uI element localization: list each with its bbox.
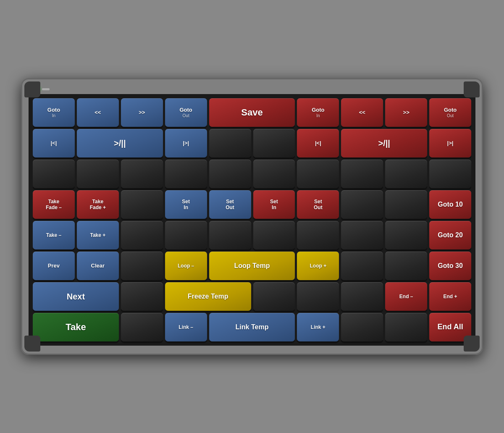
blank-r4-1 [121,190,163,219]
take-fade-plus-button[interactable]: TakeFade + [77,190,119,219]
blank-r3-7 [297,160,339,188]
take-minus-button[interactable]: Take – [33,221,75,249]
blank-r3-6 [253,160,295,188]
prev-button[interactable]: Prev [33,252,75,280]
row-8: Take Link – Link Temp Link + End All [33,313,471,341]
play-pause-2-button[interactable]: >/|| [341,129,427,157]
blank-r2-1 [209,129,251,157]
take-fade-minus-button[interactable]: TakeFade – [33,190,75,219]
blank-r8-2 [341,313,383,341]
blank-r3-9 [385,160,427,188]
corner-tr [464,81,480,97]
take-plus-button[interactable]: Take + [77,221,119,249]
mark-in-1-button[interactable]: |<| [33,129,75,157]
corner-br [464,336,480,352]
blank-r3-3 [121,160,163,188]
blank-r3-5 [209,160,251,188]
blank-r6-1 [121,252,163,280]
loop-minus-button[interactable]: Loop – [165,252,207,280]
blank-r7-4 [341,282,383,311]
save-button[interactable]: Save [209,98,295,127]
blank-r5-4 [253,221,295,249]
prev-red-1-button[interactable]: << [341,98,383,127]
mark-in-2-button[interactable]: |<| [297,129,339,157]
set-out-2-button[interactable]: SetOut [297,190,339,219]
link-plus-button[interactable]: Link + [297,313,339,341]
blank-r8-3 [385,313,427,341]
link-temp-button[interactable]: Link Temp [209,313,295,341]
blank-r5-1 [121,221,163,249]
blank-r5-7 [385,221,427,249]
loop-temp-button[interactable]: Loop Temp [209,252,295,280]
goto-20-button[interactable]: Goto 20 [429,221,471,249]
next-blue-1-button[interactable]: >> [121,98,163,127]
row-4: TakeFade – TakeFade + SetIn SetOut SetIn… [33,190,471,219]
blank-r3-2 [77,160,119,188]
corner-bl [24,336,40,352]
blank-r4-3 [385,190,427,219]
corner-tl [24,81,40,97]
top-indicators [29,87,475,91]
take-main-button[interactable]: Take [33,313,119,341]
goto-out-2-button[interactable]: GotoOut [429,98,471,127]
mark-out-2-button[interactable]: |>| [429,129,471,157]
end-minus-button[interactable]: End – [385,282,427,311]
blank-r5-3 [209,221,251,249]
blank-r5-2 [165,221,207,249]
blank-r3-4 [165,160,207,188]
set-in-2-button[interactable]: SetIn [253,190,295,219]
link-minus-button[interactable]: Link – [165,313,207,341]
mark-out-1-button[interactable]: |>| [165,129,207,157]
blank-r5-5 [297,221,339,249]
blank-r5-6 [341,221,383,249]
row-5: Take – Take + Goto 20 [33,221,471,249]
blank-r7-1 [121,282,163,311]
prev-blue-1-button[interactable]: << [77,98,119,127]
end-plus-button[interactable]: End + [429,282,471,311]
goto-30-button[interactable]: Goto 30 [429,252,471,280]
blank-r3-8 [341,160,383,188]
clear-button[interactable]: Clear [77,252,119,280]
blank-r7-3 [297,282,339,311]
device-frame: GotoIn << >> GotoOut Save GotoIn << >> G… [21,78,483,355]
row-2: |<| >/|| |>| |<| >/|| |>| [33,129,471,157]
loop-plus-button[interactable]: Loop + [297,252,339,280]
goto-out-1-button[interactable]: GotoOut [165,98,207,127]
row-6: Prev Clear Loop – Loop Temp Loop + Goto … [33,252,471,280]
row-1: GotoIn << >> GotoOut Save GotoIn << >> G… [33,98,471,127]
goto-in-1-button[interactable]: GotoIn [33,98,75,127]
blank-r4-2 [341,190,383,219]
blank-r3-10 [429,160,471,188]
next-button[interactable]: Next [33,282,119,311]
blank-r3-1 [33,160,75,188]
goto-10-button[interactable]: Goto 10 [429,190,471,219]
play-pause-1-button[interactable]: >/|| [77,129,163,157]
next-red-1-button[interactable]: >> [385,98,427,127]
keyboard-panel: GotoIn << >> GotoOut Save GotoIn << >> G… [29,94,475,346]
blank-r6-2 [341,252,383,280]
blank-r6-3 [385,252,427,280]
row-7: Next Freeze Temp End – End + [33,282,471,311]
goto-in-2-button[interactable]: GotoIn [297,98,339,127]
blank-r8-1 [121,313,163,341]
led-gray [42,88,50,90]
row-3 [33,160,471,188]
freeze-temp-button[interactable]: Freeze Temp [165,282,251,311]
blank-r2-2 [253,129,295,157]
blank-r7-2 [253,282,295,311]
set-out-1-button[interactable]: SetOut [209,190,251,219]
set-in-1-button[interactable]: SetIn [165,190,207,219]
